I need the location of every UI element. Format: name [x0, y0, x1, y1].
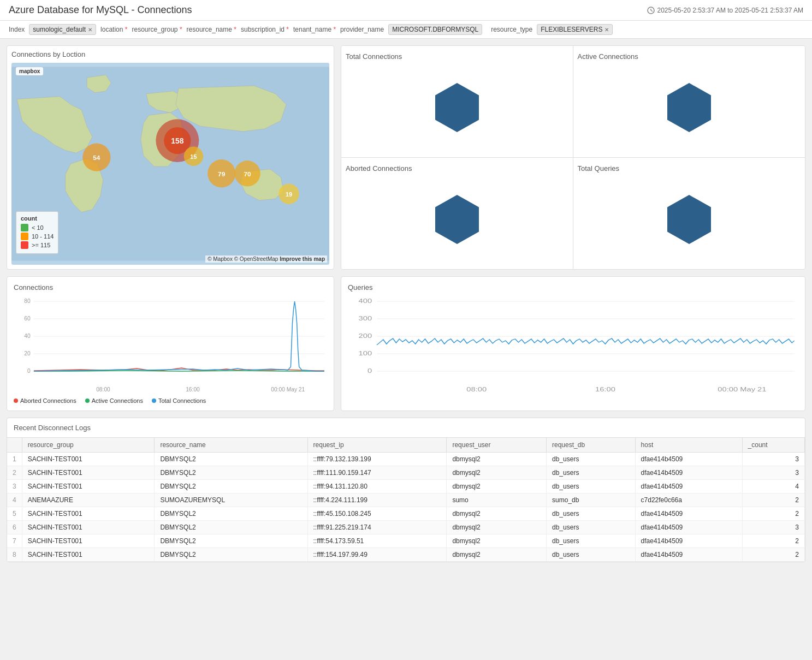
cell-request-ip: ::ffff:111.90.159.147	[307, 466, 447, 480]
cell-request-ip: ::ffff:91.225.219.174	[307, 521, 447, 534]
cell-count: 4	[742, 480, 804, 493]
svg-text:60: 60	[24, 316, 31, 322]
clock-icon	[647, 7, 655, 14]
row-charts: Connections 80 60 40 20 0 08:00	[7, 276, 805, 411]
cell-num: 4	[7, 493, 22, 507]
filters-bar: Index sumologic_default ✕ location * res…	[0, 21, 812, 39]
resource-type-tag[interactable]: FLEXIBLESERVERS ✕	[537, 24, 613, 35]
table-header-row: resource_group resource_name request_ip …	[7, 438, 805, 453]
cell-resource-name: DBMYSQL2	[155, 480, 307, 493]
svg-text:200: 200	[359, 333, 372, 339]
cell-request-db: db_users	[547, 534, 636, 548]
resource-group-label: resource_group *	[132, 26, 182, 33]
svg-text:300: 300	[359, 316, 372, 322]
world-map-svg: 158 54 15 79 70 19	[11, 63, 329, 265]
cell-count: 3	[742, 521, 804, 534]
col-count: _count	[742, 438, 804, 453]
svg-text:80: 80	[24, 298, 31, 304]
cell-request-db: db_users	[547, 507, 636, 521]
cell-resource-group: SACHIN-TEST001	[22, 466, 155, 480]
svg-text:100: 100	[359, 350, 372, 356]
map-panel: Connections by Loction	[7, 45, 334, 270]
cell-request-user: dbmysql2	[447, 453, 547, 466]
legend-color-1	[21, 224, 28, 231]
legend-title: count	[21, 215, 54, 222]
cell-num: 1	[7, 453, 22, 466]
cell-request-ip: ::ffff:4.224.111.199	[307, 493, 447, 507]
active-connections-hex	[578, 65, 801, 151]
cell-host: dfae414b4509	[635, 521, 742, 534]
cell-resource-group: SACHIN-TEST001	[22, 507, 155, 521]
connections-chart-title: Connections	[14, 283, 327, 292]
svg-marker-17	[435, 83, 479, 132]
provider-name-label: provider_name	[340, 26, 384, 33]
svg-text:08:00: 08:00	[466, 387, 487, 393]
col-request-ip: request_ip	[307, 438, 447, 453]
map-panel-title: Connections by Loction	[11, 50, 329, 58]
total-legend-dot	[152, 399, 156, 403]
col-resource-name: resource_name	[155, 438, 307, 453]
svg-text:54: 54	[93, 154, 100, 162]
subscription-id-label: subscription_id *	[241, 26, 289, 33]
svg-text:40: 40	[24, 333, 31, 339]
queries-chart-svg: 400 300 200 100 0 08:00 16:00 00:00 May …	[348, 296, 798, 394]
map-container: 158 54 15 79 70 19	[11, 63, 329, 265]
svg-text:400: 400	[359, 298, 372, 304]
active-legend-dot	[85, 399, 90, 403]
resource-type-close-icon[interactable]: ✕	[604, 27, 609, 33]
index-tag[interactable]: sumologic_default ✕	[29, 24, 96, 35]
cell-request-user: dbmysql2	[447, 521, 547, 534]
aborted-connections-hexagon	[432, 192, 482, 247]
cell-count: 2	[742, 507, 804, 521]
cell-request-db: db_users	[547, 521, 636, 534]
table-row: 4 ANEMAAZURE SUMOAZUREMYSQL ::ffff:4.224…	[7, 493, 805, 507]
cell-request-db: db_users	[547, 548, 636, 562]
cell-request-ip: ::ffff:94.131.120.80	[307, 480, 447, 493]
legend-item-3: >= 115	[21, 241, 54, 249]
connections-chart-area: 80 60 40 20 0 08:00 16:00 00:00 May 21	[14, 296, 327, 394]
svg-text:20: 20	[24, 350, 31, 356]
svg-text:19: 19	[286, 191, 292, 198]
total-connections-hexagon	[432, 80, 482, 135]
cell-resource-group: SACHIN-TEST001	[22, 480, 155, 493]
location-label: location *	[100, 26, 127, 33]
total-queries-hexagon	[665, 192, 714, 247]
queries-chart-panel: Queries 400 300 200 100 0 08:00	[341, 276, 805, 411]
connections-chart-legend: Aborted Connections Active Connections T…	[14, 397, 327, 404]
cell-num: 5	[7, 507, 22, 521]
cell-num: 8	[7, 548, 22, 562]
disconnect-logs-table: resource_group resource_name request_ip …	[7, 438, 805, 562]
total-connections-title: Total Connections	[346, 52, 568, 61]
cell-host: c7d22fe0c66a	[635, 493, 742, 507]
resource-type-label: resource_type	[491, 26, 532, 33]
total-queries-panel: Total Queries	[573, 158, 805, 270]
cell-request-user: dbmysql2	[447, 466, 547, 480]
cell-request-user: dbmysql2	[447, 480, 547, 493]
active-connections-hexagon	[665, 80, 714, 135]
total-queries-title: Total Queries	[578, 164, 801, 173]
cell-request-db: sumo_db	[547, 493, 636, 507]
table-row: 3 SACHIN-TEST001 DBMYSQL2 ::ffff:94.131.…	[7, 480, 805, 493]
queries-chart-area: 400 300 200 100 0 08:00 16:00 00:00 May …	[348, 296, 798, 394]
cell-request-ip: ::ffff:54.173.59.51	[307, 534, 447, 548]
svg-text:00:00 May 21: 00:00 May 21	[718, 387, 766, 393]
cell-host: dfae414b4509	[635, 480, 742, 493]
time-range: 2025-05-20 2:53:37 AM to 2025-05-21 2:53…	[647, 7, 803, 14]
cell-count: 2	[742, 534, 804, 548]
queries-chart-title: Queries	[348, 283, 798, 292]
cell-request-ip: ::ffff:79.132.139.199	[307, 453, 447, 466]
aborted-connections-hex	[346, 177, 568, 263]
aborted-legend-dot	[14, 399, 18, 403]
table-row: 5 SACHIN-TEST001 DBMYSQL2 ::ffff:45.150.…	[7, 507, 805, 521]
provider-name-tag: MICROSOFT.DBFORMYSQL	[388, 24, 482, 35]
connections-chart-svg: 80 60 40 20 0 08:00 16:00 00:00 May 21	[14, 296, 327, 394]
legend-item-2: 10 - 114	[21, 233, 54, 240]
table-row: 2 SACHIN-TEST001 DBMYSQL2 ::ffff:111.90.…	[7, 466, 805, 480]
metrics-grid: Total Connections Active Connections Abo…	[341, 45, 805, 270]
cell-resource-group: SACHIN-TEST001	[22, 521, 155, 534]
cell-count: 2	[742, 493, 804, 507]
page-title: Azure Database for MySQL - Connections	[9, 4, 192, 16]
cell-request-user: dbmysql2	[447, 548, 547, 562]
table-row: 6 SACHIN-TEST001 DBMYSQL2 ::ffff:91.225.…	[7, 521, 805, 534]
index-close-icon[interactable]: ✕	[88, 27, 92, 33]
